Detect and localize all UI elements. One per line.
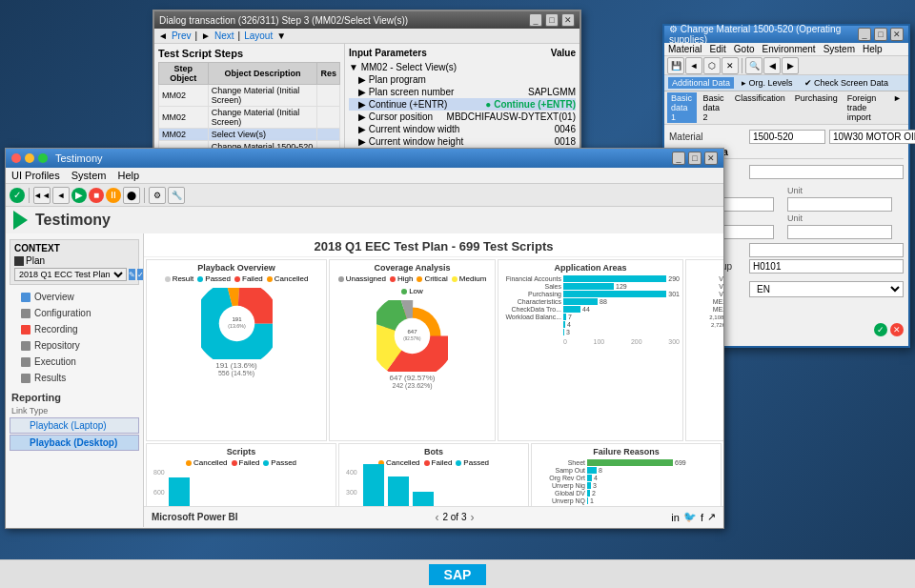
sap-field-group-right: Unit Unit: [787, 186, 904, 239]
close-dot[interactable]: [11, 153, 21, 163]
sap-save-btn[interactable]: 💾: [667, 57, 684, 74]
sap-confirm-btn[interactable]: ✓: [874, 323, 887, 336]
category-input[interactable]: [749, 243, 904, 257]
bar-sheet: Sheet 699: [535, 459, 718, 466]
nav-execution[interactable]: Execution: [6, 354, 143, 370]
plan-select[interactable]: 2018 Q1 ECC Test Plan: [14, 268, 127, 281]
toolbar-pause-icon[interactable]: ⏸: [106, 188, 121, 203]
unit2-input[interactable]: [787, 225, 892, 239]
nav-repository[interactable]: Repository: [6, 337, 143, 354]
menu-ui-profiles[interactable]: UI Profiles: [11, 170, 60, 181]
language-select[interactable]: EN: [749, 281, 904, 297]
sap-menu-goto[interactable]: Goto: [734, 44, 755, 54]
legend-critical: Critical: [417, 274, 447, 283]
sap-menu-material[interactable]: Material: [668, 44, 702, 54]
sap-minimize-btn[interactable]: _: [858, 28, 871, 41]
tab-more[interactable]: ►: [889, 92, 905, 123]
playback-desktop-link[interactable]: Playback (Desktop): [10, 435, 139, 451]
base-unit-input[interactable]: [749, 165, 904, 179]
main-maximize-btn[interactable]: □: [688, 152, 702, 165]
sap-menu-edit[interactable]: Edit: [710, 44, 726, 54]
dialog-next-btn[interactable]: Next: [214, 30, 234, 41]
toolbar-btn-2[interactable]: ◄: [52, 187, 70, 204]
min-dot[interactable]: [25, 153, 34, 163]
menu-help[interactable]: Help: [117, 170, 139, 181]
app-areas-axis: 0 100 200 300: [501, 338, 680, 345]
sap-menu-help[interactable]: Help: [863, 44, 883, 54]
table-row[interactable]: MM02 Change Material (Initial Screen): [159, 85, 340, 107]
sap-find-btn[interactable]: 🔍: [745, 57, 762, 74]
plan-edit-btn[interactable]: ✎: [129, 269, 135, 280]
toolbar-go-icon[interactable]: ▶: [71, 188, 87, 203]
max-dot[interactable]: [38, 153, 48, 163]
dialog-maximize-btn[interactable]: □: [545, 13, 559, 27]
sap-exit-btn[interactable]: ⬡: [703, 57, 721, 74]
facebook-icon[interactable]: f: [701, 512, 703, 523]
param-item[interactable]: ▶ Current window height 0018: [349, 135, 576, 148]
table-row[interactable]: MM02 Change Material (Initial Screen): [159, 107, 340, 129]
nav-results[interactable]: Results: [6, 370, 143, 386]
dialog-window: Dialog transaction (326/311) Step 3 (MM0…: [152, 10, 581, 157]
dialog-layout-btn[interactable]: Layout: [244, 30, 273, 41]
main-close-btn[interactable]: ✕: [704, 152, 718, 165]
nav-overview[interactable]: Overview: [6, 289, 143, 305]
tab-classification[interactable]: Classification: [731, 92, 789, 123]
medium-dot: [452, 276, 458, 282]
nav-recording[interactable]: Recording: [6, 321, 143, 337]
material-input[interactable]: [749, 130, 825, 144]
sap-close-btn[interactable]: ✕: [890, 28, 904, 41]
coverage-bottom-sub: 242 (23.62%): [333, 382, 492, 389]
unit-input[interactable]: [787, 197, 892, 212]
page-prev-btn[interactable]: ‹: [435, 511, 438, 524]
mat-group-val-input[interactable]: [749, 259, 904, 274]
tab-basic-data-2[interactable]: Basic data 2: [699, 92, 728, 123]
main-minimize-btn[interactable]: _: [672, 152, 685, 165]
sap-menu-environment[interactable]: Environment: [762, 44, 816, 54]
dialog-close-btn[interactable]: ✕: [561, 13, 575, 27]
sap-back-btn[interactable]: ◄: [685, 57, 702, 74]
tab-purchasing[interactable]: Purchasing: [791, 92, 842, 123]
param-item[interactable]: ▼ MM02 - Select View(s): [349, 61, 576, 73]
param-item[interactable]: ▶ Plan screen number SAPLGMM: [349, 86, 576, 98]
param-item-selected[interactable]: ▶ Continue (+ENTR) ● Continue (+ENTR): [349, 98, 576, 111]
toolbar-misc-1[interactable]: ⚙: [149, 187, 166, 204]
param-item[interactable]: ▶ Plan program: [349, 73, 576, 86]
legend-s-failed: Failed: [232, 458, 260, 467]
sap-maximize-btn[interactable]: □: [874, 28, 887, 41]
sap-reject-btn[interactable]: ✕: [890, 323, 904, 336]
sap-cancel-btn[interactable]: ✕: [722, 57, 739, 74]
sap-check-screen-btn[interactable]: ✔ Check Screen Data: [801, 77, 893, 89]
param-item[interactable]: ▶ Current window width 0046: [349, 123, 576, 135]
menu-system[interactable]: System: [71, 170, 107, 181]
linkedin-icon[interactable]: in: [671, 512, 680, 523]
toolbar-green-icon[interactable]: ✓: [10, 188, 25, 203]
sap-menu-system[interactable]: System: [824, 44, 855, 54]
dialog-minimize-btn[interactable]: _: [529, 13, 542, 27]
bar-checkdata: CheckData Tro... 44: [501, 306, 680, 313]
toolbar-rec-btn[interactable]: ⬤: [123, 187, 140, 204]
plan-confirm-btn[interactable]: ✓: [137, 269, 144, 280]
nav-configuration[interactable]: Configuration: [6, 305, 143, 321]
sap-next-btn[interactable]: ▶: [782, 57, 799, 74]
playback-laptop-link[interactable]: Playback (Laptop): [10, 417, 139, 434]
toolbar-misc-2[interactable]: 🔧: [168, 187, 185, 204]
share-icon[interactable]: ↗: [707, 511, 716, 523]
table-row-selected[interactable]: MM02 Select View(s): [159, 129, 340, 141]
cell-obj: MM02: [159, 129, 209, 141]
page-next-btn[interactable]: ›: [470, 511, 474, 524]
param-item[interactable]: ▶ Cursor position MBDCHIFAUSW-DYTEXT(01): [349, 111, 576, 123]
main-menubar: UI Profiles System Help: [6, 168, 723, 184]
bar-me21n: ME21N 3: [689, 298, 723, 305]
sap-prev-btn[interactable]: ◀: [763, 57, 781, 74]
report-row-1: Playback Overview Result Passed: [144, 257, 723, 443]
sap-additional-data-btn[interactable]: Additional Data: [668, 77, 734, 89]
toolbar-btn-1[interactable]: ◄◄: [33, 187, 51, 204]
dialog-prev-btn[interactable]: Prev: [172, 30, 192, 41]
tab-basic-data-1[interactable]: Basic data 1: [667, 92, 697, 123]
tab-foreign-trade[interactable]: Foreign trade import: [844, 92, 887, 123]
sap-org-levels-btn[interactable]: ▸ Org. Levels: [738, 77, 797, 89]
twitter-icon[interactable]: 🐦: [683, 511, 697, 523]
toolbar-stop-icon[interactable]: ■: [89, 188, 104, 203]
bar-financial-fill: [563, 275, 666, 282]
material-desc-input[interactable]: [829, 130, 915, 144]
